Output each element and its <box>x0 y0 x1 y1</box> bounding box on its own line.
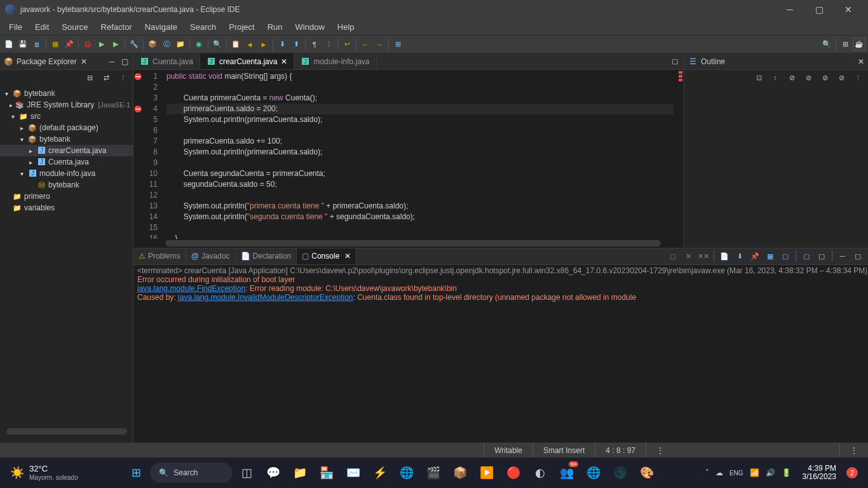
menu-file[interactable]: File <box>3 20 29 34</box>
app-chat-icon[interactable]: 💬 <box>261 460 286 485</box>
menu-search[interactable]: Search <box>184 20 222 34</box>
search-toolbar-icon[interactable]: 🔍 <box>211 38 224 51</box>
app-media-icon[interactable]: ▶️ <box>474 460 499 485</box>
step-icon[interactable]: ⬇ <box>276 38 288 51</box>
app-store-icon[interactable]: 🏪 <box>314 460 339 485</box>
quick-search-icon[interactable]: 🔍 <box>820 38 833 51</box>
tree-module-bytebank[interactable]: Ⓜ bytebank <box>0 179 133 191</box>
tree-project[interactable]: ▾📦 bytebank <box>0 88 133 99</box>
menu-source[interactable]: Source <box>55 20 94 34</box>
console-tab-close[interactable]: ✕ <box>344 252 351 261</box>
app-dropbox-icon[interactable]: 📦 <box>447 460 473 485</box>
app-power-icon[interactable]: ⚡ <box>367 460 393 485</box>
view-maximize-icon[interactable]: ▢ <box>120 57 129 66</box>
open-type-icon[interactable]: ◉ <box>193 38 205 51</box>
tree-crearcuenta[interactable]: ▸🅹 crearCuenta.java <box>0 145 133 156</box>
tab-close-icon[interactable]: ✕ <box>281 57 287 66</box>
tray-language-icon[interactable]: ENG <box>729 470 743 477</box>
menu-refactor[interactable]: Refactor <box>95 20 139 34</box>
app-paint-icon[interactable]: 🎨 <box>634 460 660 485</box>
console-clear-icon[interactable]: 📄 <box>718 250 731 262</box>
minimize-button[interactable]: ─ <box>775 0 804 19</box>
tree-bytebank-package[interactable]: ▾📦 bytebank <box>0 133 133 145</box>
app-teams-icon[interactable]: 👥9+ <box>554 460 580 485</box>
start-button[interactable]: ⊞ <box>123 460 149 485</box>
outline-hide-fields-icon[interactable]: ⊘ <box>785 71 798 84</box>
view-menu-icon[interactable]: ⋮ <box>116 71 129 84</box>
console-link-findexception[interactable]: java.lang.module.FindException <box>137 284 245 293</box>
collapse-all-icon[interactable]: ⊟ <box>83 71 96 84</box>
tray-wifi-icon[interactable]: 📶 <box>750 468 759 477</box>
view-minimize-icon[interactable]: ─ <box>107 57 116 66</box>
close-button[interactable]: ✕ <box>834 0 863 19</box>
tree-primero[interactable]: 📁 primero <box>0 191 133 202</box>
outline-hide-local-icon[interactable]: ⊘ <box>835 71 848 84</box>
tree-variables[interactable]: 📁 variables <box>0 202 133 214</box>
app-edge-icon[interactable]: 🌐 <box>394 460 419 485</box>
console-max-icon[interactable]: ▢ <box>851 250 864 262</box>
code-editor[interactable]: ⛔⛔ 12345678910111213141516171819 public … <box>133 70 684 239</box>
show-ws-icon[interactable]: ⋮ <box>322 38 335 51</box>
tree-cuenta[interactable]: ▸🅹 Cuenta.java <box>0 156 133 168</box>
task-view-button[interactable]: ◫ <box>234 460 259 485</box>
tab-console[interactable]: ▢Console✕ <box>297 248 356 264</box>
overview-ruler[interactable] <box>674 70 684 239</box>
console-select-icon[interactable]: ▢ <box>815 250 828 262</box>
prev-annotation-icon[interactable]: ◄ <box>243 38 256 51</box>
open-task-icon[interactable]: 📋 <box>229 38 242 51</box>
taskbar-clock[interactable]: 4:39 PM 3/16/2023 <box>803 464 836 481</box>
app-chrome-icon[interactable]: 🔴 <box>501 460 526 485</box>
tree-module-info[interactable]: ▾🅹 module-info.java <box>0 168 133 179</box>
tab-module-info[interactable]: 🅹 module-info.java <box>294 53 376 69</box>
status-menu-icon[interactable]: ⋮ <box>646 443 674 458</box>
new-folder-icon[interactable]: 📁 <box>174 38 187 51</box>
run-icon[interactable]: ▶ <box>95 38 108 51</box>
console-display-icon[interactable]: ▦ <box>764 250 776 262</box>
status-menu2-icon[interactable]: ⋮ <box>839 443 868 458</box>
outline-focus-icon[interactable]: ⊡ <box>752 71 765 84</box>
menu-project[interactable]: Project <box>222 20 261 34</box>
tree-default-package[interactable]: ▸📦 (default package) <box>0 122 133 133</box>
last-edit-icon[interactable]: ↩ <box>341 38 353 51</box>
new-package-icon[interactable]: 📦 <box>146 38 159 51</box>
maximize-button[interactable]: ▢ <box>804 0 834 19</box>
menu-window[interactable]: Window <box>289 20 331 34</box>
editor-hscroll[interactable] <box>165 240 661 247</box>
resume-icon[interactable]: ⬆ <box>290 38 302 51</box>
tab-problems[interactable]: ⚠Problems <box>133 248 186 264</box>
forward-icon[interactable]: → <box>373 38 386 51</box>
app-chrome2-icon[interactable]: 🌐 <box>581 460 606 485</box>
tray-onedrive-icon[interactable]: ☁ <box>715 468 723 477</box>
menu-edit[interactable]: Edit <box>29 20 55 34</box>
outline-menu-icon[interactable]: ⋮ <box>851 71 864 84</box>
pin-icon[interactable]: 📌 <box>63 38 76 51</box>
app-mail-icon[interactable]: ✉️ <box>341 460 366 485</box>
java-perspective-icon[interactable]: ☕ <box>853 38 865 51</box>
ext-tools-icon[interactable]: 🔧 <box>128 38 140 51</box>
console-open-icon[interactable]: ▢ <box>779 250 792 262</box>
status-position[interactable]: 4 : 8 : 97 <box>595 443 646 458</box>
perspective-icon[interactable]: ⊞ <box>391 38 404 51</box>
outline-hide-static-icon[interactable]: ⊘ <box>802 71 815 84</box>
console-pin-icon[interactable]: 📌 <box>749 250 761 262</box>
editor-maximize-icon[interactable]: ▢ <box>668 55 681 68</box>
outline-hide-nonpublic-icon[interactable]: ⊘ <box>818 71 831 84</box>
console-min-icon[interactable]: ─ <box>836 250 849 262</box>
console-terminate-icon[interactable]: ▢ <box>667 250 679 262</box>
new-class-icon[interactable]: Ⓒ <box>160 38 173 51</box>
tree-src[interactable]: ▾📁 src <box>0 111 133 122</box>
coverage-icon[interactable]: ▶ <box>109 38 122 51</box>
tab-cuenta[interactable]: 🅹 Cuenta.java <box>133 53 200 69</box>
outline-sort-icon[interactable]: ↕ <box>769 71 782 84</box>
tree-jre[interactable]: ▸📚 JRE System Library [JavaSE-1 <box>0 99 133 111</box>
package-explorer-close[interactable]: ✕ <box>81 57 87 66</box>
back-icon[interactable]: ← <box>359 38 372 51</box>
menu-help[interactable]: Help <box>331 20 361 34</box>
package-explorer-hscroll[interactable] <box>6 428 127 435</box>
outline-close[interactable]: ✕ <box>858 57 864 66</box>
status-insert[interactable]: Smart Insert <box>532 443 595 458</box>
save-all-icon[interactable]: 🗎 <box>31 38 43 51</box>
link-editor-icon[interactable]: ⇄ <box>100 71 112 84</box>
console-scroll-icon[interactable]: ⬇ <box>733 250 746 262</box>
console-removeall-icon[interactable]: ✕✕ <box>697 250 710 262</box>
